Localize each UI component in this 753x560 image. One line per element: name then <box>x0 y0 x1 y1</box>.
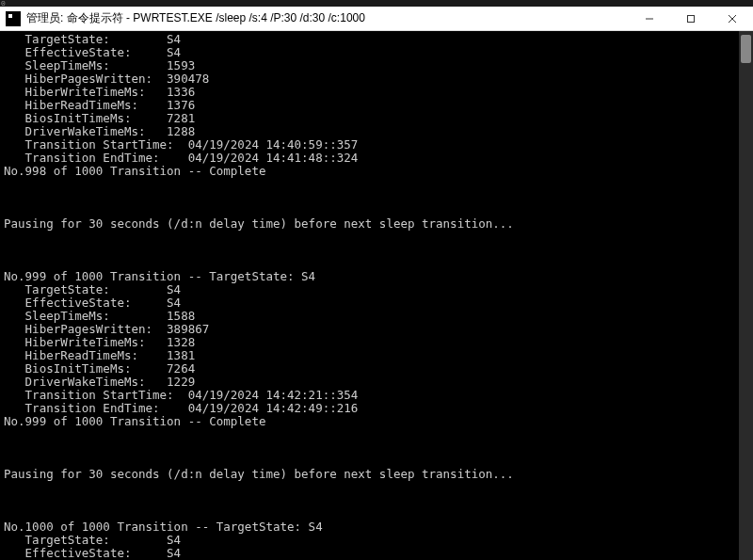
line: EffectiveState: S4 <box>4 296 749 310</box>
line: DriverWakeTimeMs: 1229 <box>4 376 749 389</box>
top-strip-number: 0 <box>0 0 6 8</box>
line: TargetState: S4 <box>4 534 749 547</box>
line: HiberReadTimeMs: 1376 <box>4 99 749 112</box>
line: No.999 of 1000 Transition -- Complete <box>4 415 749 428</box>
line: TargetState: S4 <box>4 283 749 296</box>
line: No.998 of 1000 Transition -- Complete <box>4 165 749 178</box>
line: No.1000 of 1000 Transition -- TargetStat… <box>4 520 749 534</box>
line: Transition EndTime: 04/19/2024 14:41:48:… <box>4 152 749 165</box>
line: DriverWakeTimeMs: 1288 <box>4 125 749 138</box>
blank-line <box>4 441 749 455</box>
close-button[interactable] <box>712 7 753 30</box>
line: Transition StartTime: 04/19/2024 14:40:5… <box>4 138 749 152</box>
vertical-scrollbar[interactable] <box>739 31 753 560</box>
line: BiosInitTimeMs: 7281 <box>4 112 749 125</box>
window-controls <box>629 7 753 30</box>
window-title: 管理员: 命令提示符 - PWRTEST.EXE /sleep /s:4 /P:… <box>26 10 629 26</box>
line: SleepTimeMs: 1593 <box>4 59 749 72</box>
line: HiberReadTimeMs: 1381 <box>4 349 749 362</box>
blank-line <box>4 244 749 257</box>
line: HiberPagesWritten: 389867 <box>4 323 749 336</box>
cmd-icon <box>6 11 21 26</box>
svg-rect-1 <box>688 15 695 22</box>
scrollbar-thumb[interactable] <box>741 35 751 63</box>
top-strip: 0 <box>0 0 753 7</box>
maximize-button[interactable] <box>670 7 712 30</box>
line: HiberWriteTimeMs: 1328 <box>4 336 749 349</box>
blank-line <box>4 494 749 507</box>
line: HiberPagesWritten: 390478 <box>4 72 749 86</box>
line: No.999 of 1000 Transition -- TargetState… <box>4 270 749 283</box>
line: EffectiveState: S4 <box>4 46 749 59</box>
line: HiberWriteTimeMs: 1336 <box>4 86 749 99</box>
maximize-icon <box>686 14 696 24</box>
line: TargetState: S4 <box>4 33 749 46</box>
line: Pausing for 30 seconds (/d:n delay time)… <box>4 217 749 231</box>
line: BiosInitTimeMs: 7264 <box>4 362 749 376</box>
console-output[interactable]: TargetState: S4 EffectiveState: S4 Sleep… <box>0 31 753 560</box>
minimize-icon <box>645 14 654 24</box>
line: Pausing for 30 seconds (/d:n delay time)… <box>4 468 749 481</box>
close-icon <box>728 14 737 24</box>
blank-line <box>4 191 749 204</box>
line: Transition StartTime: 04/19/2024 14:42:2… <box>4 389 749 402</box>
line: SleepTimeMs: 1588 <box>4 310 749 323</box>
minimize-button[interactable] <box>629 7 670 30</box>
line: Transition EndTime: 04/19/2024 14:42:49:… <box>4 402 749 415</box>
window-titlebar: 管理员: 命令提示符 - PWRTEST.EXE /sleep /s:4 /P:… <box>0 7 753 31</box>
line: EffectiveState: S4 <box>4 547 749 560</box>
